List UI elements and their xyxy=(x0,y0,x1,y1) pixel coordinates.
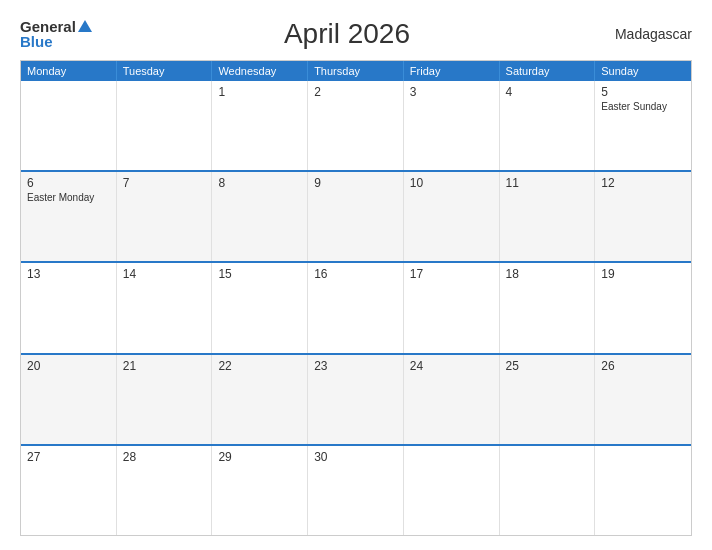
calendar-cell: 13 xyxy=(21,263,117,352)
day-number: 7 xyxy=(123,176,206,190)
day-number: 14 xyxy=(123,267,206,281)
day-header-tuesday: Tuesday xyxy=(117,61,213,81)
day-number: 27 xyxy=(27,450,110,464)
day-number: 16 xyxy=(314,267,397,281)
calendar-cell: 27 xyxy=(21,446,117,535)
calendar-cell xyxy=(21,81,117,170)
day-header-friday: Friday xyxy=(404,61,500,81)
day-number: 13 xyxy=(27,267,110,281)
logo-triangle-icon xyxy=(78,20,92,32)
day-number: 1 xyxy=(218,85,301,99)
calendar-cell xyxy=(404,446,500,535)
day-number: 5 xyxy=(601,85,685,99)
calendar-cell: 10 xyxy=(404,172,500,261)
day-number: 19 xyxy=(601,267,685,281)
day-number: 23 xyxy=(314,359,397,373)
calendar-cell: 21 xyxy=(117,355,213,444)
day-header-monday: Monday xyxy=(21,61,117,81)
day-number: 9 xyxy=(314,176,397,190)
day-number: 21 xyxy=(123,359,206,373)
calendar-cell: 15 xyxy=(212,263,308,352)
day-number: 18 xyxy=(506,267,589,281)
day-number: 15 xyxy=(218,267,301,281)
calendar-cell: 16 xyxy=(308,263,404,352)
calendar-cell: 12 xyxy=(595,172,691,261)
day-number: 10 xyxy=(410,176,493,190)
calendar-title: April 2026 xyxy=(92,18,602,50)
calendar-cell: 28 xyxy=(117,446,213,535)
logo-blue-text: Blue xyxy=(20,34,92,49)
day-number: 17 xyxy=(410,267,493,281)
day-number: 12 xyxy=(601,176,685,190)
calendar-cell: 26 xyxy=(595,355,691,444)
calendar-cell: 9 xyxy=(308,172,404,261)
calendar-header: General Blue April 2026 Madagascar xyxy=(20,18,692,50)
calendar-grid: MondayTuesdayWednesdayThursdayFridaySatu… xyxy=(20,60,692,536)
day-header-saturday: Saturday xyxy=(500,61,596,81)
day-header-wednesday: Wednesday xyxy=(212,61,308,81)
day-number: 2 xyxy=(314,85,397,99)
day-number: 4 xyxy=(506,85,589,99)
calendar-cell: 1 xyxy=(212,81,308,170)
calendar-cell: 14 xyxy=(117,263,213,352)
day-header-sunday: Sunday xyxy=(595,61,691,81)
calendar-cell: 30 xyxy=(308,446,404,535)
calendar-cell: 19 xyxy=(595,263,691,352)
page: General Blue April 2026 Madagascar Monda… xyxy=(0,0,712,550)
calendar-cell: 5Easter Sunday xyxy=(595,81,691,170)
day-number: 6 xyxy=(27,176,110,190)
calendar-event: Easter Sunday xyxy=(601,101,685,112)
calendar-cell: 29 xyxy=(212,446,308,535)
calendar-cell: 25 xyxy=(500,355,596,444)
calendar-cell: 23 xyxy=(308,355,404,444)
calendar-cell: 17 xyxy=(404,263,500,352)
day-number: 30 xyxy=(314,450,397,464)
calendar-cell: 22 xyxy=(212,355,308,444)
calendar-week-3: 13141516171819 xyxy=(21,261,691,352)
calendar-week-2: 6Easter Monday789101112 xyxy=(21,170,691,261)
day-number: 11 xyxy=(506,176,589,190)
day-number: 28 xyxy=(123,450,206,464)
calendar-cell: 20 xyxy=(21,355,117,444)
day-number: 22 xyxy=(218,359,301,373)
day-header-thursday: Thursday xyxy=(308,61,404,81)
calendar-cell xyxy=(117,81,213,170)
day-number: 20 xyxy=(27,359,110,373)
logo-general-text: General xyxy=(20,19,76,34)
day-number: 8 xyxy=(218,176,301,190)
calendar-cell: 24 xyxy=(404,355,500,444)
calendar-cell xyxy=(500,446,596,535)
calendar-cell: 7 xyxy=(117,172,213,261)
calendar-cell xyxy=(595,446,691,535)
calendar-cell: 4 xyxy=(500,81,596,170)
calendar-day-headers: MondayTuesdayWednesdayThursdayFridaySatu… xyxy=(21,61,691,81)
country-label: Madagascar xyxy=(602,26,692,42)
calendar-cell: 11 xyxy=(500,172,596,261)
logo: General Blue xyxy=(20,19,92,49)
calendar-body: 12345Easter Sunday6Easter Monday78910111… xyxy=(21,81,691,535)
calendar-cell: 3 xyxy=(404,81,500,170)
day-number: 24 xyxy=(410,359,493,373)
calendar-cell: 18 xyxy=(500,263,596,352)
calendar-cell: 8 xyxy=(212,172,308,261)
day-number: 26 xyxy=(601,359,685,373)
calendar-cell: 2 xyxy=(308,81,404,170)
day-number: 3 xyxy=(410,85,493,99)
calendar-event: Easter Monday xyxy=(27,192,110,203)
day-number: 25 xyxy=(506,359,589,373)
calendar-week-5: 27282930 xyxy=(21,444,691,535)
calendar-cell: 6Easter Monday xyxy=(21,172,117,261)
day-number: 29 xyxy=(218,450,301,464)
calendar-week-1: 12345Easter Sunday xyxy=(21,81,691,170)
calendar-week-4: 20212223242526 xyxy=(21,353,691,444)
